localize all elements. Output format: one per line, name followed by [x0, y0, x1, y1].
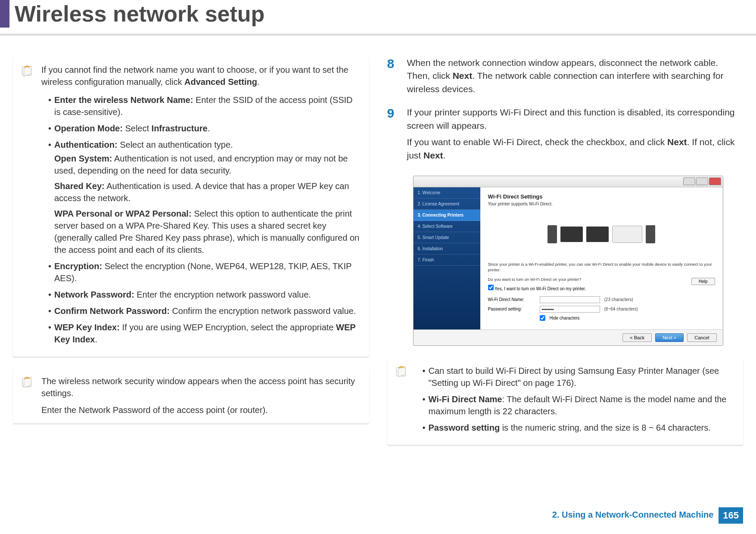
header-divider	[0, 33, 756, 35]
sidebar-item[interactable]: 7. Finish	[414, 255, 480, 266]
wifi-direct-name-input[interactable]	[540, 296, 600, 303]
installer-main: Wi-Fi Direct Settings Your printer suppo…	[480, 187, 723, 329]
text: Samsung Easy Printer Manager	[578, 366, 700, 376]
hide-chars-row: Hide characters	[488, 315, 715, 321]
next-button[interactable]: Next >	[655, 333, 684, 342]
phone-icon	[548, 225, 557, 243]
text: (see	[700, 366, 719, 376]
help-button[interactable]: Help	[691, 278, 715, 285]
auth-shared: Shared Key: Authentication is used. A de…	[54, 180, 361, 204]
cancel-button[interactable]: Cancel	[687, 333, 716, 342]
note-icon	[21, 376, 34, 388]
step-8: 8 When the network connection window app…	[387, 56, 744, 96]
installer-sidebar: 1. Welcome 2. License Agreement 3. Conne…	[414, 187, 480, 329]
text: Select	[123, 124, 152, 133]
sidebar-item[interactable]: 6. Installation	[414, 243, 480, 255]
footer-chapter: 2. Using a Network-Connected Machine	[547, 507, 719, 524]
label: Network Password:	[54, 290, 134, 299]
next-label: Next	[423, 150, 443, 160]
list-item-ssid: Enter the wireless Network Name: Enter t…	[48, 94, 361, 118]
wifi-direct-fields: Wi-Fi Direct Name: (23 characters) Passw…	[488, 296, 715, 321]
note-icon	[395, 365, 408, 378]
text: is the numeric string, and the size is 8…	[500, 423, 711, 432]
step-number: 8	[387, 56, 398, 96]
name-label: Wi-Fi Direct Name:	[488, 297, 535, 302]
list-item-opmode: Operation Mode: Select Infrastructure.	[48, 122, 361, 134]
label: Operation Mode:	[54, 124, 123, 133]
window-content: 1. Welcome 2. License Agreement 3. Conne…	[414, 187, 723, 329]
tablet-icon	[646, 225, 655, 243]
right-column: 8 When the network connection window app…	[387, 56, 744, 456]
note-icon	[21, 64, 34, 77]
printer-icon	[612, 226, 642, 243]
step-number: 9	[387, 106, 398, 165]
panel-question: Do you want to turn on Wi-Fi Direct on y…	[488, 276, 715, 282]
list-item-encryption: Encryption: Select the encryption (None,…	[48, 260, 361, 284]
label: Confirm Network Password:	[54, 306, 170, 316]
sidebar-item-active[interactable]: 3. Connecting Printers	[414, 210, 480, 221]
next-label: Next	[667, 137, 687, 147]
list-item: Wi-Fi Direct Name: The default Wi-Fi Dir…	[423, 393, 736, 417]
label: WEP Key Index:	[54, 323, 120, 332]
note-lead: If you cannot find the network name you …	[41, 64, 361, 88]
sidebar-item[interactable]: 5. Smart Update	[414, 232, 480, 243]
enable-wifi-direct-checkbox-row: Yes, I want to turn on Wi-Fi Direct on m…	[488, 285, 715, 291]
label: Wi-Fi Direct Name	[429, 394, 502, 404]
label: Enter the wireless Network Name:	[54, 95, 193, 105]
accent-bar	[0, 0, 9, 28]
step-body: When the network connection window appea…	[407, 56, 744, 96]
text: Confirm the encryption network password …	[170, 306, 356, 316]
text: Select an authentication type.	[118, 140, 233, 149]
list-item: Can start to build Wi-Fi Direct by using…	[423, 365, 736, 389]
installer-footer: < Back Next > Cancel	[414, 329, 723, 345]
password-hint: (8~64 characters)	[604, 307, 638, 311]
wifi-direct-notes-list: Can start to build Wi-Fi Direct by using…	[416, 365, 736, 434]
note-advanced-setting: If you cannot find the network name you …	[13, 56, 369, 357]
sidebar-item[interactable]: 4. Select Software	[414, 221, 480, 232]
text: .	[208, 124, 210, 133]
step9-p2: If you want to enable Wi-Fi Direct, chec…	[407, 136, 744, 162]
back-button[interactable]: < Back	[622, 333, 652, 342]
close-button[interactable]	[709, 177, 721, 185]
hide-characters-checkbox[interactable]	[540, 315, 545, 321]
maximize-button[interactable]	[696, 177, 708, 185]
installer-window: 1. Welcome 2. License Agreement 3. Conne…	[413, 176, 723, 346]
sidebar-item[interactable]: 2. License Agreement	[414, 199, 480, 210]
auth-wpa: WPA Personal or WPA2 Personal: Select th…	[54, 208, 361, 256]
text: Enter the encryption network password va…	[134, 290, 311, 299]
panel-title: Wi-Fi Direct Settings	[488, 193, 715, 200]
advanced-options-list: Enter the wireless Network Name: Enter t…	[41, 94, 361, 345]
text: .	[443, 150, 446, 160]
list-item: Password setting is the numeric string, …	[423, 422, 736, 434]
note-line1: The wireless network security window app…	[41, 376, 361, 399]
left-column: If you cannot find the network name you …	[13, 56, 369, 456]
password-input[interactable]: ••••••••	[540, 306, 600, 313]
page-title: Wireless network setup	[0, 0, 756, 28]
text: Can start to build Wi-Fi Direct by using	[429, 366, 578, 376]
footer-page-number: 165	[719, 507, 743, 524]
minimize-button[interactable]	[683, 177, 695, 185]
panel-subtitle: Your printer supports Wi-Fi Direct.	[488, 202, 715, 206]
sidebar-item[interactable]: 1. Welcome	[414, 187, 480, 199]
hide-chars-label: Hide characters	[550, 316, 580, 320]
password-label: Password setting:	[488, 307, 535, 311]
window-titlebar	[414, 176, 723, 187]
panel-desc: Since your printer is a Wi-Fi-enabled pr…	[488, 261, 715, 273]
text: .	[257, 77, 260, 87]
label: Shared Key:	[54, 181, 105, 191]
note-line2: Enter the Network Password of the access…	[41, 404, 361, 416]
name-hint: (23 characters)	[604, 297, 633, 302]
wifi-direct-screenshot: 1. Welcome 2. License Agreement 3. Conne…	[413, 176, 723, 346]
list-item-network-password: Network Password: Enter the encryption n…	[48, 289, 361, 301]
enable-wifi-direct-checkbox[interactable]	[488, 285, 494, 290]
label: WPA Personal or WPA2 Personal:	[54, 209, 192, 218]
device-illustration	[488, 211, 715, 258]
next-label: Next	[453, 71, 473, 81]
step-body: If your printer supports Wi-Fi Direct an…	[407, 106, 744, 165]
advanced-setting-label: Advanced Setting	[184, 77, 257, 87]
bold: Infrastructure	[152, 124, 208, 133]
step9-p1: If your printer supports Wi-Fi Direct an…	[407, 106, 744, 132]
note-wifi-direct-info: Can start to build Wi-Fi Direct by using…	[387, 357, 744, 445]
text: If you are using WEP Encryption, select …	[120, 323, 336, 332]
label: Authentication:	[54, 140, 118, 149]
